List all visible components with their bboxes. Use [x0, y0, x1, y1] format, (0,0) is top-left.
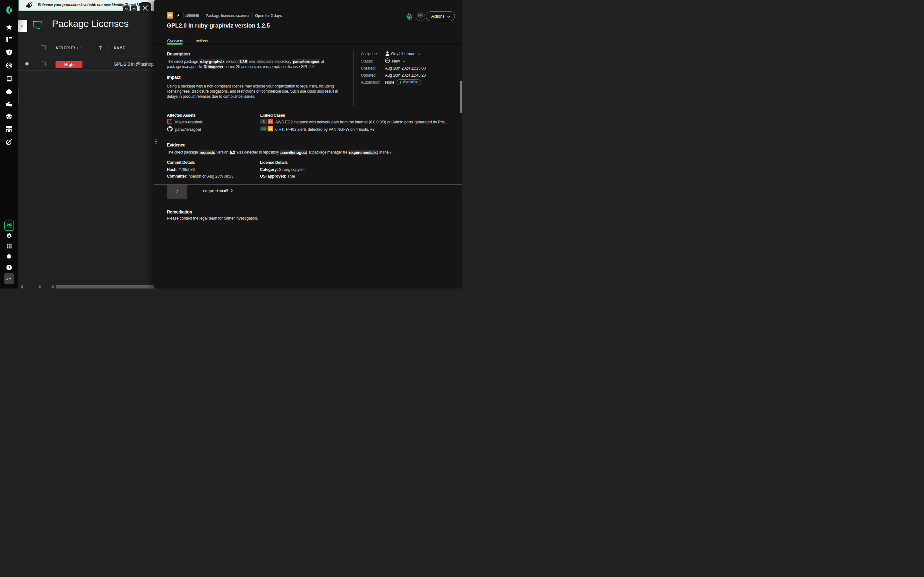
- svg-text:?: ?: [8, 266, 10, 269]
